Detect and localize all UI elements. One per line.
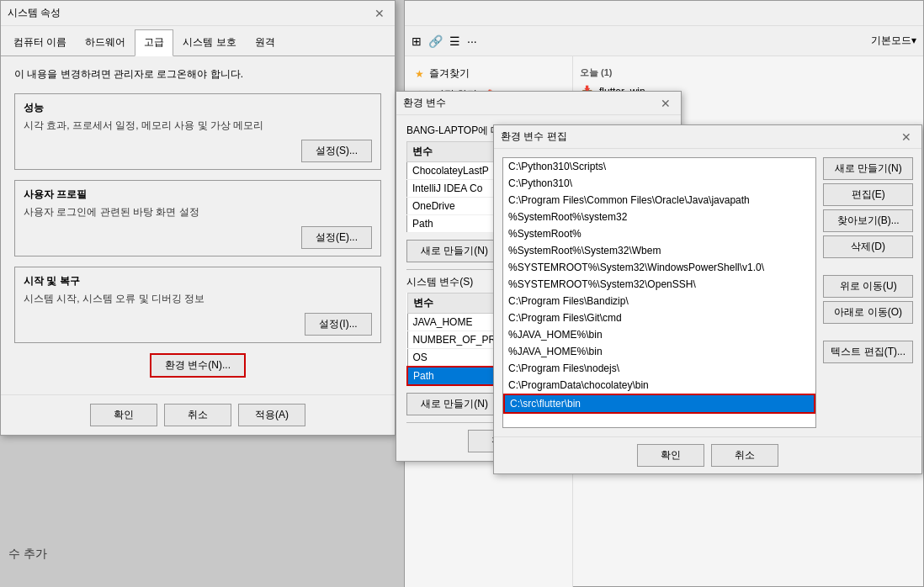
path-item-13[interactable]: C:\ProgramData\chocolatey\bin: [503, 377, 815, 394]
user-profile-section: 사용자 프로필 사용자 로그인에 관련된 바탕 화면 설정 설정(E)...: [14, 180, 381, 256]
list-icon[interactable]: ☰: [449, 34, 460, 48]
edit-button-panel: 새로 만들기(N) 편집(E) 찾아보기(B)... 삭제(D) 위로 이동(U…: [823, 157, 913, 428]
path-edit-button[interactable]: 편집(E): [823, 183, 913, 206]
env-edit-close-button[interactable]: ✕: [898, 129, 915, 145]
grid-icon[interactable]: ⊞: [412, 34, 422, 48]
sys-props-ok-button[interactable]: 확인: [90, 404, 157, 426]
env-edit-window: 환경 변수 편집 ✕ C:\Python310\Scripts\ C:\Pyth…: [493, 124, 922, 474]
today-section-label: 오늘 (1): [580, 63, 916, 82]
sidebar-item-favorites: ★ 즐겨찾기: [405, 63, 572, 84]
path-item-7[interactable]: %SYSTEMROOT%\System32\OpenSSH\: [503, 276, 815, 293]
favorites-label: 즐겨찾기: [429, 66, 470, 81]
path-item-6[interactable]: %SYSTEMROOT%\System32\WindowsPowerShell\…: [503, 259, 815, 276]
env-edit-cancel-button[interactable]: 취소: [711, 444, 778, 467]
bottom-note: 수 추가: [8, 547, 47, 562]
tab-remote[interactable]: 원격: [246, 29, 284, 56]
path-list-container: C:\Python310\Scripts\ C:\Python310\ C:\P…: [502, 157, 816, 428]
sys-props-apply-button[interactable]: 적용(A): [238, 404, 305, 426]
sys-props-cancel-button[interactable]: 취소: [164, 404, 231, 426]
path-list-scroll[interactable]: C:\Python310\Scripts\ C:\Python310\ C:\P…: [503, 158, 815, 427]
file-explorer-toolbar[interactable]: ⊞ 🔗 ☰ ··· 기본모드▾: [405, 26, 923, 56]
performance-title: 성능: [24, 101, 372, 115]
sys-props-tabbar: 컴퓨터 이름 하드웨어 고급 시스템 보호 원격: [1, 26, 395, 56]
path-item-5[interactable]: %SystemRoot%\System32\Wbem: [503, 242, 815, 259]
path-textedit-button[interactable]: 텍스트 편집(T)...: [823, 341, 913, 363]
admin-notice-text: 이 내용을 변경하려면 관리자로 로그온해야 합니다.: [14, 66, 381, 82]
path-item-3[interactable]: %SystemRoot%\system32: [503, 209, 815, 225]
path-item-4[interactable]: %SystemRoot%: [503, 225, 815, 242]
path-moveup-button[interactable]: 위로 이동(U): [823, 275, 913, 298]
env-edit-bottom-buttons: 확인 취소: [494, 436, 921, 473]
performance-desc: 시각 효과, 프로세서 일정, 메모리 사용 및 가상 메모리: [24, 119, 372, 133]
path-movedown-button[interactable]: 아래로 이동(O): [823, 301, 913, 324]
env-edit-titlebar: 환경 변수 편집 ✕: [494, 125, 921, 149]
startup-section: 시작 및 복구 시스템 시작, 시스템 오류 및 디버깅 정보 설정(I)...: [14, 267, 381, 343]
performance-section: 성능 시각 효과, 프로세서 일정, 메모리 사용 및 가상 메모리 설정(S)…: [14, 93, 381, 170]
path-new-button[interactable]: 새로 만들기(N): [823, 157, 913, 180]
startup-desc: 시스템 시작, 시스템 오류 및 디버깅 정보: [24, 292, 372, 306]
user-profile-title: 사용자 프로필: [24, 188, 372, 202]
sys-props-content: 이 내용을 변경하려면 관리자로 로그온해야 합니다. 성능 시각 효과, 프로…: [1, 56, 395, 394]
env-edit-title: 환경 변수 편집: [501, 130, 567, 144]
sys-props-title: 시스템 속성: [8, 6, 61, 20]
sys-props-bottom-buttons: 확인 취소 적용(A): [1, 394, 395, 435]
link-icon[interactable]: 🔗: [428, 34, 443, 48]
env-window-titlebar: 환경 변수 ✕: [396, 92, 681, 115]
env-variables-button[interactable]: 환경 변수(N)...: [150, 353, 246, 378]
path-item-0[interactable]: C:\Python310\Scripts\: [503, 158, 815, 175]
mode-label[interactable]: 기본모드▾: [871, 34, 916, 48]
sys-props-titlebar: 시스템 속성 ✕: [1, 1, 395, 26]
env-window-close-button[interactable]: ✕: [657, 95, 674, 112]
more-icon[interactable]: ···: [467, 34, 477, 48]
path-item-9[interactable]: C:\Program Files\Git\cmd: [503, 309, 815, 326]
user-profile-settings-button[interactable]: 설정(E)...: [301, 226, 372, 249]
path-item-14[interactable]: C:\src\flutter\bin: [503, 394, 815, 414]
sys-props-close-button[interactable]: ✕: [371, 5, 388, 22]
env-window-title: 환경 변수: [403, 96, 446, 110]
tab-hardware[interactable]: 하드웨어: [76, 29, 135, 56]
star-icon: ★: [415, 68, 424, 80]
performance-settings-button[interactable]: 설정(S)...: [301, 140, 372, 162]
path-item-8[interactable]: C:\Program Files\Bandizip\: [503, 293, 815, 309]
tab-system-protect[interactable]: 시스템 보호: [173, 29, 245, 56]
path-delete-button[interactable]: 삭제(D): [823, 235, 913, 258]
path-item-12[interactable]: C:\Program Files\nodejs\: [503, 360, 815, 377]
startup-title: 시작 및 복구: [24, 274, 372, 288]
path-item-10[interactable]: %JAVA_HOME%\bin: [503, 326, 815, 343]
path-item-2[interactable]: C:\Program Files\Common Files\Oracle\Jav…: [503, 192, 815, 209]
env-edit-content: C:\Python310\Scripts\ C:\Python310\ C:\P…: [494, 149, 921, 436]
system-properties-window: 시스템 속성 ✕ 컴퓨터 이름 하드웨어 고급 시스템 보호 원격 이 내용을 …: [0, 0, 396, 436]
user-var-new-button[interactable]: 새로 만들기(N): [406, 240, 502, 262]
env-edit-ok-button[interactable]: 확인: [637, 444, 704, 467]
tab-advanced[interactable]: 고급: [135, 29, 173, 56]
path-item-11[interactable]: %JAVA_HOME%\bin: [503, 343, 815, 360]
startup-settings-button[interactable]: 설정(I)...: [305, 313, 372, 336]
sys-var-new-button[interactable]: 새로 만들기(N): [406, 393, 502, 415]
path-item-1[interactable]: C:\Python310\: [503, 175, 815, 192]
file-explorer-titlebar: [405, 1, 923, 26]
tab-computer-name[interactable]: 컴퓨터 이름: [4, 29, 76, 56]
path-browse-button[interactable]: 찾아보기(B)...: [823, 209, 913, 232]
user-profile-desc: 사용자 로그인에 관련된 바탕 화면 설정: [24, 205, 372, 219]
